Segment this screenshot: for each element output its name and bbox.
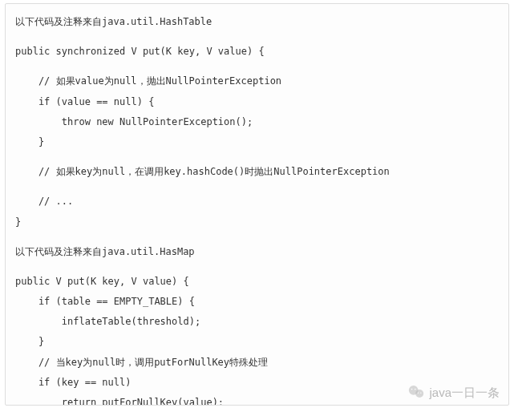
code-line: return putForNullKey(value); bbox=[15, 393, 499, 406]
code-line bbox=[15, 182, 499, 192]
code-line: } bbox=[15, 332, 499, 352]
code-line: // ... bbox=[15, 192, 499, 212]
code-line: throw new NullPointerException(); bbox=[15, 112, 499, 132]
code-line: 以下代码及注释来自java.util.HasMap bbox=[15, 242, 499, 262]
code-line bbox=[15, 32, 499, 42]
code-line bbox=[15, 152, 499, 162]
code-line: 以下代码及注释来自java.util.HashTable bbox=[15, 12, 499, 32]
code-line: // 如果key为null，在调用key.hashCode()时抛出NullPo… bbox=[15, 162, 499, 182]
code-line bbox=[15, 232, 499, 242]
code-line: if (key == null) bbox=[15, 373, 499, 393]
code-line: if (table == EMPTY_TABLE) { bbox=[15, 292, 499, 312]
code-line: } bbox=[15, 212, 499, 232]
code-line bbox=[15, 62, 499, 71]
code-line: } bbox=[15, 132, 499, 152]
code-line: // 如果value为null，抛出NullPointerException bbox=[15, 71, 499, 91]
code-line: // 当key为null时，调用putForNullKey特殊处理 bbox=[15, 353, 499, 373]
code-line bbox=[15, 262, 499, 272]
code-line: public V put(K key, V value) { bbox=[15, 272, 499, 292]
code-line: if (value == null) { bbox=[15, 92, 499, 112]
code-line: public synchronized V put(K key, V value… bbox=[15, 42, 499, 62]
code-line: inflateTable(threshold); bbox=[15, 312, 499, 332]
code-block: 以下代码及注释来自java.util.HashTablepublic synch… bbox=[5, 3, 509, 406]
